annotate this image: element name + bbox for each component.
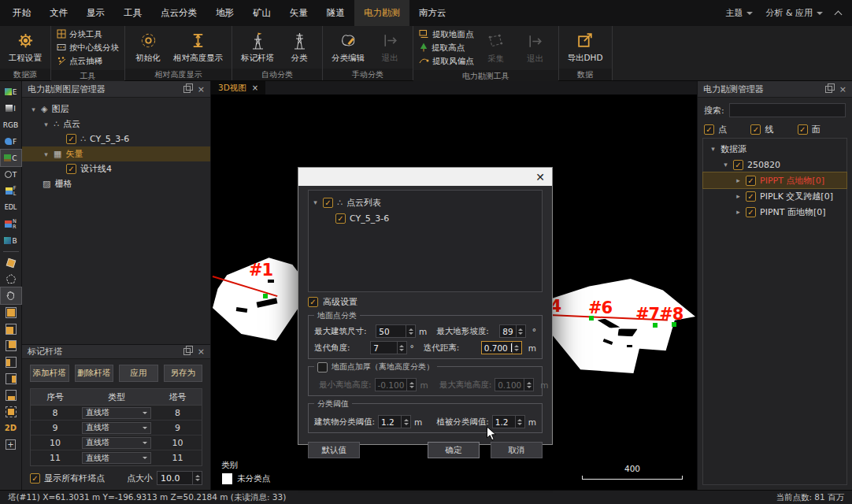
close-dialog-icon[interactable]: ✕ bbox=[535, 172, 545, 183]
pan-tool[interactable] bbox=[1, 287, 21, 304]
expander-icon[interactable]: ▾ bbox=[709, 145, 717, 153]
close-panel-icon[interactable]: × bbox=[198, 347, 205, 356]
tree-item-piplk[interactable]: ▸ ✓ PIPLK 交叉跨越[0] bbox=[703, 188, 846, 204]
tab-3d-view[interactable]: 3D视图 × bbox=[211, 81, 265, 94]
expander-icon[interactable]: ▾ bbox=[312, 198, 319, 206]
close-panel-icon[interactable]: × bbox=[839, 85, 846, 94]
analysis-apps-dropdown[interactable]: 分析 & 应用 bbox=[765, 7, 823, 19]
float-panel-icon[interactable] bbox=[183, 348, 191, 355]
view-cube-front-button[interactable] bbox=[1, 321, 21, 337]
tree-item-pointcloud-list[interactable]: ▾ ✓ ∴ 点云列表 bbox=[312, 195, 539, 210]
ok-button[interactable]: 确定 bbox=[428, 442, 480, 458]
paint-bucket-tool[interactable] bbox=[1, 254, 21, 271]
time-render-button[interactable]: T bbox=[1, 166, 21, 183]
tree-item-layers[interactable]: ▾ ◈ 图层 bbox=[22, 102, 210, 117]
spinner-arrows[interactable] bbox=[515, 416, 524, 428]
show-all-tower-points-checkbox[interactable]: ✓ bbox=[30, 473, 40, 484]
project-settings-button[interactable]: 工程设置 bbox=[6, 30, 45, 65]
tree-item-cy536[interactable]: ✓ ∴ CY_5_3-6 bbox=[22, 132, 210, 146]
checkbox-checked[interactable]: ✓ bbox=[746, 176, 756, 186]
toggle-2d-view-button[interactable]: 2D bbox=[1, 420, 21, 436]
spinner-arrows[interactable] bbox=[397, 342, 406, 354]
intensity-render-button[interactable]: I bbox=[1, 100, 21, 117]
menu-item-display[interactable]: 显示 bbox=[77, 0, 114, 26]
extract-ground-points-button[interactable]: 提取地面点 bbox=[419, 28, 474, 41]
dialog-titlebar[interactable]: ✕ bbox=[298, 168, 552, 186]
spinner-arrows[interactable] bbox=[192, 472, 202, 484]
elevation-render-button[interactable]: E bbox=[1, 83, 21, 100]
menu-item-pointcloud-classify[interactable]: 点云分类 bbox=[151, 0, 206, 26]
export-dhd-button[interactable]: 导出DHD bbox=[565, 30, 606, 65]
tree-item-vector[interactable]: ▾ ▦ 矢量 bbox=[22, 146, 210, 161]
iteration-distance-input[interactable]: 0.700 bbox=[481, 341, 522, 354]
tree-item-cy536[interactable]: ✓ CY_5_3-6 bbox=[312, 210, 539, 226]
view-cube-iso-button[interactable] bbox=[1, 304, 21, 321]
view-cube-bottom-button[interactable] bbox=[1, 387, 21, 403]
checkbox-checked[interactable]: ✓ bbox=[746, 207, 756, 217]
rgb-render-button[interactable]: RGB bbox=[1, 117, 21, 133]
advanced-settings-checkbox[interactable]: ✓ 高级设置 bbox=[308, 296, 543, 308]
view-cube-right-button[interactable] bbox=[1, 370, 21, 387]
polygon-select-tool[interactable] bbox=[1, 271, 21, 287]
blend-render-button[interactable]: B bbox=[1, 232, 21, 249]
tree-item-pippt[interactable]: ▸ ✓ PIPPT 点地物[0] bbox=[703, 172, 846, 188]
extract-windage-points-button[interactable]: 提取风偏点 bbox=[419, 55, 474, 68]
mark-towers-button[interactable]: 标记杆塔 bbox=[238, 30, 277, 65]
tower-type-dropdown[interactable]: 直线塔 bbox=[82, 422, 151, 434]
filter-point-checkbox[interactable]: ✓点 bbox=[704, 124, 750, 135]
edl-render-button[interactable]: EDL bbox=[1, 199, 21, 216]
spinner-arrows[interactable] bbox=[401, 416, 410, 428]
max-building-size-input[interactable]: 50 bbox=[376, 324, 416, 338]
table-row[interactable]: 9 直线塔 9 bbox=[31, 421, 202, 435]
menu-item-start[interactable]: 开始 bbox=[3, 0, 40, 26]
max-terrain-slope-input[interactable]: 89 bbox=[499, 324, 525, 338]
menu-item-terrain[interactable]: 地形 bbox=[206, 0, 243, 26]
point-size-spinner[interactable]: 10.0 bbox=[157, 471, 202, 485]
initialize-button[interactable]: 初始化 bbox=[131, 30, 165, 65]
apply-button[interactable]: 应用 bbox=[119, 365, 158, 382]
expander-icon[interactable]: ▸ bbox=[735, 176, 742, 184]
spinner-arrows[interactable] bbox=[516, 325, 525, 337]
theme-dropdown[interactable]: 主题 bbox=[725, 7, 753, 19]
float-panel-icon[interactable] bbox=[825, 86, 832, 93]
expander-icon[interactable]: ▸ bbox=[735, 208, 742, 216]
iteration-angle-input[interactable]: 7 bbox=[370, 341, 406, 354]
checkbox-checked[interactable]: ✓ bbox=[704, 124, 714, 135]
checkbox-checked[interactable]: ✓ bbox=[750, 124, 761, 135]
checkbox-checked[interactable]: ✓ bbox=[335, 213, 346, 224]
float-panel-icon[interactable] bbox=[183, 86, 191, 93]
expander-icon[interactable]: ▾ bbox=[30, 106, 37, 113]
flight-line-render-button[interactable]: F bbox=[1, 133, 21, 150]
classification-render-button[interactable]: C bbox=[1, 150, 21, 166]
tower-type-dropdown[interactable]: 直线塔 bbox=[82, 452, 151, 464]
zoom-extent-button[interactable] bbox=[1, 403, 21, 420]
checkbox-checked[interactable]: ✓ bbox=[798, 124, 808, 135]
default-values-button[interactable]: 默认值 bbox=[308, 442, 360, 458]
pointcloud-thinning-button[interactable]: 点云抽稀 bbox=[57, 55, 119, 68]
cancel-button[interactable]: 取消 bbox=[491, 442, 543, 458]
checkbox-checked[interactable]: ✓ bbox=[733, 160, 743, 170]
ground-thickening-checkbox[interactable]: ✓ bbox=[317, 362, 328, 372]
menu-item-tunnel[interactable]: 隧道 bbox=[317, 0, 354, 26]
tree-item-pipnt[interactable]: ▸ ✓ PIPNT 面地物[0] bbox=[703, 204, 846, 220]
checkbox-checked[interactable]: ✓ bbox=[308, 297, 318, 307]
building-threshold-input[interactable]: 1.2 bbox=[378, 415, 411, 428]
menu-item-file[interactable]: 文件 bbox=[40, 0, 77, 26]
relative-height-display-button[interactable]: 相对高度显示 bbox=[170, 30, 226, 65]
tree-item-designline4[interactable]: ✓ 设计线4 bbox=[22, 161, 210, 176]
tower-type-dropdown[interactable]: 直线塔 bbox=[82, 437, 151, 449]
save-as-button[interactable]: 另存为 bbox=[164, 365, 203, 382]
delete-tower-button[interactable]: 删除杆塔 bbox=[75, 365, 114, 382]
classify-button[interactable]: 分类 bbox=[282, 30, 317, 65]
tree-item-raster[interactable]: ▨ 栅格 bbox=[22, 176, 210, 191]
add-tower-button[interactable]: 添加杆塔 bbox=[30, 365, 69, 382]
table-row[interactable]: 11 直线塔 11 bbox=[31, 450, 202, 465]
tree-item-pointcloud[interactable]: ▾ ∴ 点云 bbox=[22, 117, 210, 132]
close-tab-icon[interactable]: × bbox=[252, 83, 258, 92]
search-input[interactable] bbox=[729, 103, 846, 117]
checkbox-checked[interactable]: ✓ bbox=[66, 134, 76, 144]
close-panel-icon[interactable]: × bbox=[198, 85, 205, 94]
spinner-arrows[interactable] bbox=[512, 342, 521, 354]
checkbox-checked[interactable]: ✓ bbox=[746, 191, 756, 202]
expander-icon[interactable]: ▾ bbox=[722, 161, 729, 169]
